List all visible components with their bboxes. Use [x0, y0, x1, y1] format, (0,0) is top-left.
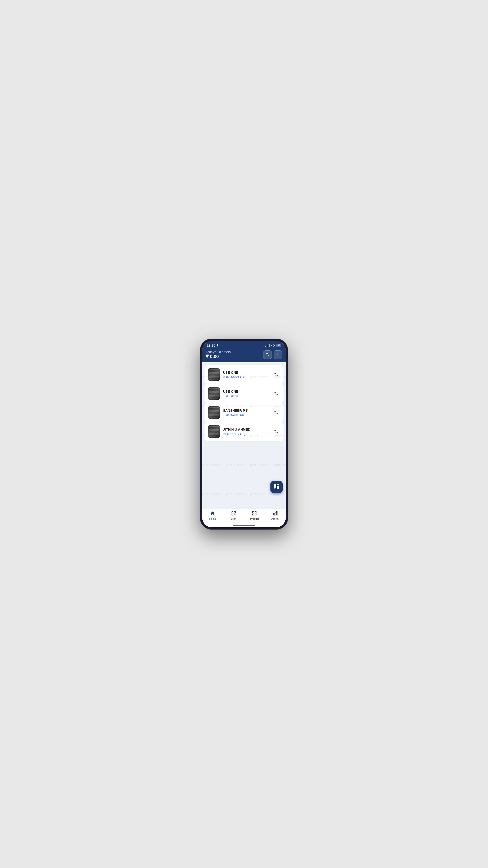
header-left: Today's : 0 orders ₹ 0.00 [206, 350, 231, 359]
nav-home-label: Home [209, 518, 216, 520]
svg-rect-13 [275, 512, 276, 515]
customer-name: JITHIN U AHMED [223, 428, 269, 431]
nav-scan-label: Scan [231, 518, 236, 520]
network-label: 4G [271, 344, 275, 347]
nav-home[interactable]: Home [202, 511, 223, 520]
customer-phone: 0987654321 (1) [223, 375, 269, 379]
app-header: Today's : 0 orders ₹ 0.00 [202, 349, 286, 362]
scan-icon [231, 511, 236, 517]
svg-rect-9 [255, 511, 256, 513]
nav-product-label: Product [250, 518, 259, 520]
customer-avatar [207, 425, 220, 438]
customer-info: USE ONE 1231231230 [223, 390, 269, 398]
svg-rect-0 [232, 511, 233, 513]
header-actions [263, 350, 282, 359]
nav-product[interactable]: Product [244, 511, 265, 520]
call-button[interactable] [272, 408, 281, 416]
signal-bar-3 [268, 345, 268, 347]
customer-card[interactable]: JITHIN U AHMED 9746573617 (10) [204, 422, 284, 441]
customer-card[interactable]: USE ONE 0987654321 (1) [204, 365, 284, 384]
product-icon [252, 511, 257, 517]
phone-icon [274, 410, 279, 415]
customer-card[interactable]: USE ONE 1231231230 [204, 384, 284, 403]
total-amount: ₹ 0.00 [206, 354, 231, 359]
customer-avatar [207, 406, 220, 419]
signal-bar-1 [265, 346, 266, 347]
more-button[interactable] [273, 350, 282, 359]
customer-phone: 9746573617 (10) [223, 432, 269, 436]
phone-screen: 11:50 4G 36 Today's : 0 orders ₹ [202, 341, 286, 527]
customer-avatar [207, 368, 220, 381]
home-bar [233, 525, 255, 526]
search-button[interactable] [263, 350, 272, 359]
svg-rect-14 [276, 511, 277, 515]
customer-card[interactable]: SANSHEER P K 1234567893 (3) [204, 403, 284, 422]
home-indicator [202, 523, 286, 527]
status-right: 4G 36 [265, 344, 281, 347]
svg-rect-12 [273, 513, 274, 515]
svg-rect-11 [255, 514, 256, 515]
svg-rect-10 [253, 514, 254, 515]
customer-info: USE ONE 0987654321 (1) [223, 370, 269, 379]
customer-phone: 1234567893 (3) [223, 413, 269, 416]
phone-icon [274, 429, 279, 434]
nav-activity[interactable]: Activity [265, 511, 286, 520]
bottom-nav: Home Scan [202, 509, 286, 523]
customer-name: SANSHEER P K [223, 408, 269, 412]
signal-bar-4 [269, 344, 269, 347]
customer-name: USE ONE [223, 390, 269, 393]
orders-subtitle: Today's : 0 orders [206, 350, 231, 354]
more-icon [276, 352, 280, 357]
content-area: AppScreens AppScreens AppScreens AppScre… [202, 362, 286, 509]
svg-rect-8 [253, 511, 254, 513]
call-button[interactable] [272, 370, 281, 379]
watermark-row-4: AppScreens AppScreens AppScreens AppScre… [202, 463, 286, 467]
phone-icon [274, 391, 279, 396]
qr-scan-fab[interactable] [270, 481, 283, 493]
qr-icon [274, 485, 279, 489]
signal-bars [265, 344, 269, 347]
customer-info: JITHIN U AHMED 9746573617 (10) [223, 428, 269, 436]
status-bar: 11:50 4G 36 [202, 341, 286, 349]
activity-icon [273, 511, 278, 517]
nav-activity-label: Activity [271, 518, 279, 520]
status-time: 11:50 [207, 344, 219, 347]
customer-phone: 1231231230 [223, 394, 269, 398]
phone-icon [274, 372, 279, 377]
customer-name: USE ONE [223, 370, 269, 374]
svg-rect-1 [234, 511, 235, 513]
search-icon [265, 352, 269, 357]
customer-avatar [207, 387, 220, 400]
home-icon [210, 511, 215, 517]
phone-device: 11:50 4G 36 Today's : 0 orders ₹ [200, 339, 288, 530]
customer-info: SANSHEER P K 1234567893 (3) [223, 408, 269, 416]
svg-rect-2 [232, 514, 233, 515]
location-icon [216, 344, 219, 347]
signal-bar-2 [267, 345, 267, 347]
battery-badge: 36 [276, 344, 281, 347]
customer-list: USE ONE 0987654321 (1) USE ONE 123123123… [204, 365, 284, 441]
nav-scan[interactable]: Scan [223, 511, 244, 520]
call-button[interactable] [272, 390, 281, 398]
call-button[interactable] [272, 428, 281, 436]
